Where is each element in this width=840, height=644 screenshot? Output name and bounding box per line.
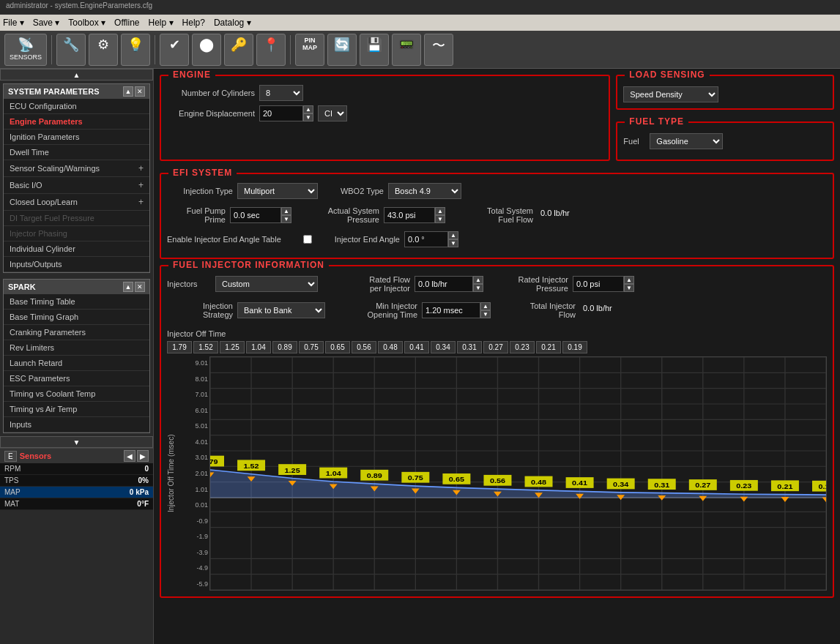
spark-icon: 💡: [127, 37, 144, 53]
fuel-pump-input[interactable]: [230, 207, 281, 223]
rated-injector-pressure-input[interactable]: [573, 276, 624, 292]
menu-toolbox[interactable]: Toolbox ▾: [68, 18, 105, 28]
total-injector-flow-row: Total InjectorFlow 0.0 lb/hr: [502, 302, 615, 319]
sidebar-item-ignition-params[interactable]: Ignition Parameters: [4, 130, 149, 145]
sidebar-scroll-down[interactable]: ▼: [0, 436, 153, 448]
rated-injector-pressure-down[interactable]: ▼: [624, 284, 634, 292]
sidebar-item-closed-loop[interactable]: Closed Loop/Learn +: [4, 194, 149, 211]
sensor-map: MAP 0 kPa: [0, 487, 153, 498]
sidebar-item-basic-io[interactable]: Basic I/O +: [4, 177, 149, 194]
sidebar-item-launch-retard[interactable]: Launch Retard: [4, 356, 149, 371]
svg-text:0.56: 0.56: [490, 477, 506, 484]
injector-end-angle-down[interactable]: ▼: [448, 239, 458, 247]
sidebar-item-dwell-time[interactable]: Dwell Time: [4, 145, 149, 160]
engine-panel-title: ENGINE: [168, 70, 215, 80]
displacement-down[interactable]: ▼: [303, 113, 313, 121]
rated-injector-pressure-up[interactable]: ▲: [624, 276, 634, 284]
sidebar-item-cranking-params[interactable]: Cranking Parameters: [4, 325, 149, 340]
injector-off-time-section: Injector Off Time 1.791.521.251.040.890.…: [167, 329, 827, 353]
system-params-close[interactable]: ✕: [135, 86, 145, 97]
sidebar-item-individual-cylinder[interactable]: Individual Cylinder: [4, 242, 149, 257]
toolbar-btn-4[interactable]: 💡: [121, 34, 150, 66]
sidebar-item-timing-coolant[interactable]: Timing vs Coolant Temp: [4, 386, 149, 402]
menu-help2[interactable]: Help?: [182, 18, 205, 28]
sidebar-item-rev-limiters[interactable]: Rev Limiters: [4, 340, 149, 356]
displacement-input[interactable]: [259, 105, 303, 121]
fuel-select[interactable]: Gasoline: [650, 133, 723, 149]
wbo2-type-select[interactable]: Bosch 4.9: [388, 183, 461, 199]
spark-items: Base Timing Table Base Timing Graph Cran…: [4, 294, 149, 433]
toolbar-btn-6[interactable]: ⬤: [192, 34, 221, 66]
sidebar-item-engine-params[interactable]: Engine Parameters: [4, 114, 149, 130]
system-params-collapse[interactable]: ▲: [123, 86, 133, 97]
min-injector-opening-up[interactable]: ▲: [480, 302, 491, 310]
menu-help[interactable]: Help ▾: [149, 18, 174, 28]
actual-pressure-down[interactable]: ▼: [435, 215, 445, 223]
displacement-up[interactable]: ▲: [303, 105, 313, 113]
gauge-icon: ⚙: [97, 37, 109, 53]
toolbar-refresh-btn[interactable]: 🔄: [327, 34, 357, 66]
sensor-mat: MAT 0°F: [0, 498, 153, 510]
toolbar-ecu-btn[interactable]: 📟: [392, 34, 421, 66]
sidebar-scroll-up[interactable]: ▲: [0, 69, 153, 80]
sidebar-item-ecu-config[interactable]: ECU Configuration: [4, 99, 149, 114]
toolbar-btn-7[interactable]: 🔑: [224, 34, 253, 66]
injectors-row: Injectors Custom: [167, 276, 318, 292]
fuel-icon: 🔧: [63, 37, 79, 53]
injectors-select[interactable]: Custom: [215, 276, 318, 292]
sidebar-item-base-timing-graph[interactable]: Base Timing Graph: [4, 310, 149, 325]
rated-flow-up[interactable]: ▲: [473, 276, 483, 284]
num-cylinders-select[interactable]: 8: [259, 85, 303, 101]
toolbar-pinmap-btn[interactable]: PINMAP: [295, 34, 324, 66]
toolbar-sensors-btn[interactable]: 📡 SENSORS: [4, 34, 47, 66]
iot-label: Injector Off Time: [167, 329, 827, 338]
spark-close[interactable]: ✕: [135, 282, 145, 292]
toolbar-btn-8[interactable]: 📍: [256, 34, 286, 66]
svg-text:0.48: 0.48: [531, 479, 547, 486]
sidebar-item-esc-params[interactable]: ESC Parameters: [4, 371, 149, 386]
injection-type-select[interactable]: Multiport: [237, 183, 318, 199]
fuel-pump-up[interactable]: ▲: [281, 207, 291, 215]
num-cylinders-label: Number of Cylinders: [167, 89, 255, 97]
min-injector-opening-down[interactable]: ▼: [480, 310, 491, 318]
min-injector-opening-input[interactable]: [422, 302, 480, 318]
displacement-unit-select[interactable]: CI: [318, 105, 347, 121]
toolbar-btn-2[interactable]: 🔧: [56, 34, 86, 66]
toolbar-btn-5[interactable]: ✔: [160, 34, 189, 66]
menu-file[interactable]: File ▾: [3, 18, 24, 28]
sidebar-item-injector-phasing: Injector Phasing: [4, 226, 149, 242]
sidebar-item-sensor-scaling[interactable]: Sensor Scaling/Warnings +: [4, 160, 149, 177]
system-params-header: SYSTEM PARAMETERS ▲ ✕: [4, 84, 149, 99]
toolbar-save-btn[interactable]: 💾: [360, 34, 389, 66]
sensors-prev[interactable]: ◀: [124, 450, 135, 462]
rated-flow-input[interactable]: [415, 276, 473, 292]
load-sensing-select[interactable]: Speed Density: [623, 86, 718, 102]
injection-strategy-select[interactable]: Bank to Bank: [237, 302, 325, 318]
actual-pressure-input[interactable]: [384, 207, 435, 223]
menu-datalog[interactable]: Datalog ▾: [214, 18, 251, 28]
sensor-scaling-plus: +: [138, 163, 144, 173]
iot-values-row: 1.791.521.251.040.890.750.650.560.480.41…: [167, 341, 827, 353]
sidebar-item-timing-air[interactable]: Timing vs Air Temp: [4, 402, 149, 417]
sensors-next[interactable]: ▶: [137, 450, 149, 462]
top-panels-row: ENGINE Number of Cylinders 8 Engine Disp…: [160, 75, 834, 167]
spark-label: SPARK: [8, 282, 36, 291]
actual-pressure-up[interactable]: ▲: [435, 207, 445, 215]
injector-end-angle-input[interactable]: [404, 231, 448, 247]
menu-offline[interactable]: Offline: [114, 18, 139, 28]
sensors-title: Sensors: [20, 452, 51, 460]
sidebar-item-base-timing-table[interactable]: Base Timing Table: [4, 294, 149, 310]
rated-flow-down[interactable]: ▼: [473, 284, 483, 292]
sidebar-item-inputs-outputs[interactable]: Inputs/Outputs: [4, 257, 149, 272]
engine-panel: ENGINE Number of Cylinders 8 Engine Disp…: [160, 75, 610, 161]
iot-cell: 0.65: [325, 341, 350, 353]
fuel-injector-panel: FUEL INJECTOR INFORMATION Injectors Cust…: [160, 265, 834, 598]
injector-end-angle-up[interactable]: ▲: [448, 231, 458, 239]
fuel-pump-down[interactable]: ▼: [281, 215, 291, 223]
menu-save[interactable]: Save ▾: [33, 18, 60, 28]
spark-collapse[interactable]: ▲: [123, 282, 133, 292]
toolbar-waveform-btn[interactable]: 〜: [424, 34, 453, 66]
toolbar-btn-3[interactable]: ⚙: [89, 34, 118, 66]
sidebar-item-inputs[interactable]: Inputs: [4, 417, 149, 433]
enable-injector-checkbox[interactable]: [303, 235, 312, 244]
